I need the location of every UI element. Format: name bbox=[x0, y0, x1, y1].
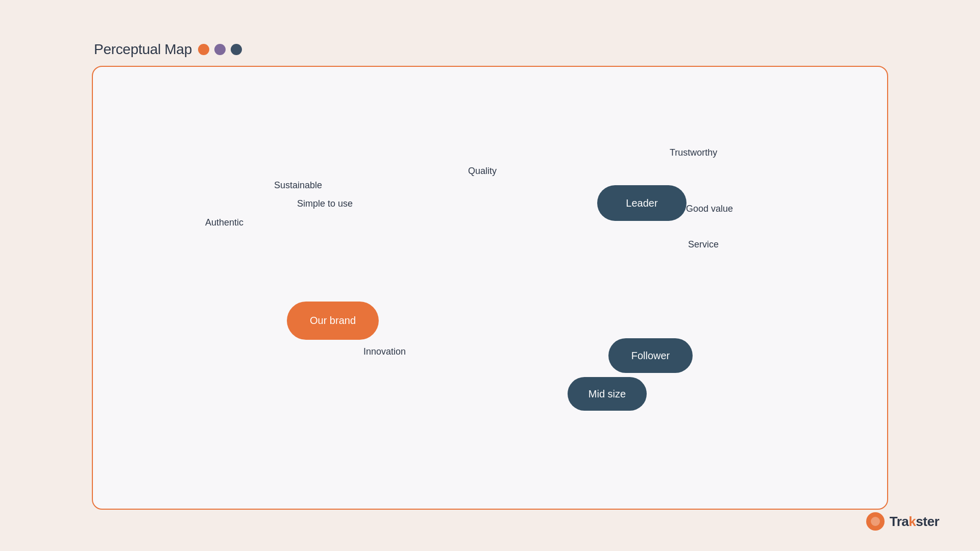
label-service: Service bbox=[688, 239, 719, 250]
logo-k: k bbox=[909, 514, 916, 529]
label-good-value: Good value bbox=[686, 204, 733, 214]
legend-dot-dark bbox=[231, 44, 242, 55]
pill-mid-size[interactable]: Mid size bbox=[568, 377, 647, 411]
perceptual-map-chart: Trustworthy Quality Sustainable Simple t… bbox=[92, 66, 888, 510]
page-title: Perceptual Map bbox=[94, 41, 192, 58]
header: Perceptual Map bbox=[92, 41, 888, 58]
svg-point-0 bbox=[871, 517, 880, 526]
legend-dots bbox=[198, 44, 242, 55]
legend-dot-orange bbox=[198, 44, 209, 55]
label-authentic: Authentic bbox=[205, 217, 243, 228]
logo-icon bbox=[866, 512, 885, 531]
label-quality: Quality bbox=[468, 166, 497, 177]
footer-logo: Trakster bbox=[866, 512, 939, 531]
label-trustworthy: Trustworthy bbox=[670, 147, 717, 158]
legend-dot-purple bbox=[214, 44, 226, 55]
logo-text: Trakster bbox=[890, 514, 939, 530]
label-simple-to-use: Simple to use bbox=[297, 198, 353, 209]
pill-leader[interactable]: Leader bbox=[597, 185, 687, 221]
pill-our-brand[interactable]: Our brand bbox=[287, 302, 379, 340]
pill-follower[interactable]: Follower bbox=[608, 338, 693, 373]
main-container: Perceptual Map Trustworthy Quality Susta… bbox=[92, 41, 888, 510]
label-sustainable: Sustainable bbox=[274, 180, 322, 191]
logo-svg bbox=[870, 516, 881, 527]
label-innovation: Innovation bbox=[363, 346, 406, 357]
